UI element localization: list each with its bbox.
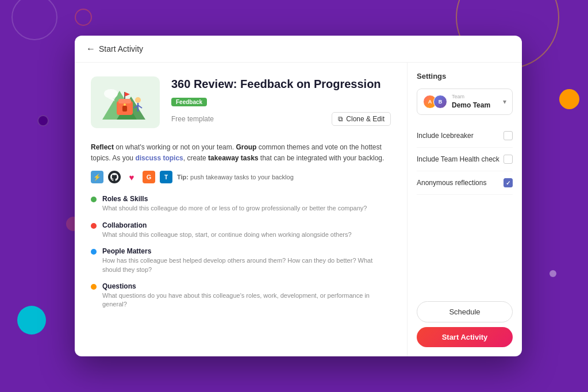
topic-dot-orange (91, 284, 97, 290)
list-item: Collaboration What should this colleague… (91, 221, 391, 239)
feedback-badge: Feedback (171, 98, 207, 106)
topics-list: Roles & Skills What should this colleagu… (91, 195, 391, 309)
svg-point-8 (135, 97, 141, 103)
activity-header: 360 Review: Feedback on Progression Feed… (91, 76, 391, 133)
anonymous-setting: Anonymous reflections (417, 171, 513, 195)
bg-circle-small (549, 270, 556, 277)
integrations-row: ⚡ ♥ G T Tip: push takeaway tasks to your… (91, 171, 391, 183)
anonymous-checkbox[interactable] (504, 178, 513, 187)
bg-decoration-2 (75, 9, 92, 26)
topic-dot-red (91, 223, 97, 229)
team-name: Demo Team (452, 101, 490, 109)
health-check-label: Include Team Health check (417, 155, 499, 163)
activity-info: 360 Review: Feedback on Progression Feed… (171, 76, 391, 133)
back-arrow-icon: ← (86, 44, 95, 54)
icebreaker-checkbox[interactable] (504, 131, 513, 140)
health-check-setting: Include Team Health check (417, 148, 513, 171)
schedule-button[interactable]: Schedule (417, 301, 513, 322)
settings-title: Settings (417, 72, 513, 80)
gitlab-icon: G (143, 171, 155, 183)
topic-content: Roles & Skills What should this colleagu… (102, 195, 367, 213)
activity-description: Reflect on what's working or not on your… (91, 142, 391, 164)
topic-desc: How has this colleague best helped devel… (102, 256, 391, 274)
content-area: 360 Review: Feedback on Progression Feed… (75, 63, 407, 356)
start-activity-button[interactable]: Start Activity (417, 327, 513, 347)
topic-dot-blue (91, 249, 97, 255)
topic-name: People Matters (102, 247, 391, 255)
activity-title: 360 Review: Feedback on Progression (171, 76, 391, 91)
avatar-2: B (433, 95, 447, 109)
settings-spacer (417, 195, 513, 295)
github-icon (108, 171, 121, 183)
topic-desc: What should this colleague do more of or… (102, 204, 367, 213)
clone-icon: ⧉ (338, 115, 343, 123)
topic-content: Questions What questions do you have abo… (102, 282, 391, 309)
topic-name: Roles & Skills (102, 195, 367, 203)
svg-point-5 (124, 103, 126, 106)
main-modal: ← Start Activity (75, 36, 522, 356)
modal-body: 360 Review: Feedback on Progression Feed… (75, 63, 522, 356)
team-label: Team (452, 94, 498, 99)
slack-icon: ⚡ (91, 171, 103, 183)
settings-footer: Schedule Start Activity (417, 295, 513, 347)
free-template-label: Free template (171, 115, 214, 123)
list-item: Questions What questions do you have abo… (91, 282, 391, 309)
bg-decoration-1 (11, 0, 57, 40)
icebreaker-setting: Include Icebreaker (417, 124, 513, 148)
modal-header: ← Start Activity (75, 36, 522, 63)
trello-icon: T (160, 171, 172, 183)
topic-content: People Matters How has this colleague be… (102, 247, 391, 274)
list-item: People Matters How has this colleague be… (91, 247, 391, 274)
chevron-down-icon: ▾ (503, 98, 506, 106)
health-check-checkbox[interactable] (504, 155, 513, 164)
svg-point-12 (104, 89, 118, 98)
settings-panel: Settings A B Team Demo Team ▾ Include Ic… (407, 63, 522, 356)
svg-marker-7 (125, 92, 130, 97)
topic-name: Collaboration (102, 221, 352, 229)
topic-desc: What should this colleague stop, start, … (102, 230, 352, 239)
favorite-icon: ♥ (125, 171, 138, 183)
topic-name: Questions (102, 282, 391, 290)
team-avatars: A B (423, 95, 447, 109)
anonymous-label: Anonymous reflections (417, 179, 486, 187)
clone-edit-label: Clone & Edit (346, 115, 385, 123)
icebreaker-label: Include Icebreaker (417, 132, 474, 140)
team-info: Team Demo Team (452, 94, 498, 110)
clone-edit-button[interactable]: ⧉ Clone & Edit (332, 112, 391, 126)
svg-rect-3 (118, 99, 131, 103)
template-row: Free template ⧉ Clone & Edit (171, 112, 391, 126)
topic-content: Collaboration What should this colleague… (102, 221, 352, 239)
bg-decoration-3 (37, 115, 49, 126)
back-label: Start Activity (99, 44, 143, 53)
svg-rect-4 (122, 106, 127, 112)
list-item: Roles & Skills What should this colleagu… (91, 195, 391, 213)
topic-dot-green (91, 197, 97, 202)
tip-text: Tip: push takeaway tasks to your backlog (177, 174, 294, 180)
activity-image (91, 76, 160, 128)
bg-circle-orange (559, 89, 579, 109)
back-button[interactable]: ← Start Activity (86, 44, 143, 54)
topic-desc: What questions do you have about this co… (102, 291, 391, 309)
bg-decoration-4 (17, 306, 46, 335)
team-selector[interactable]: A B Team Demo Team ▾ (417, 89, 513, 115)
